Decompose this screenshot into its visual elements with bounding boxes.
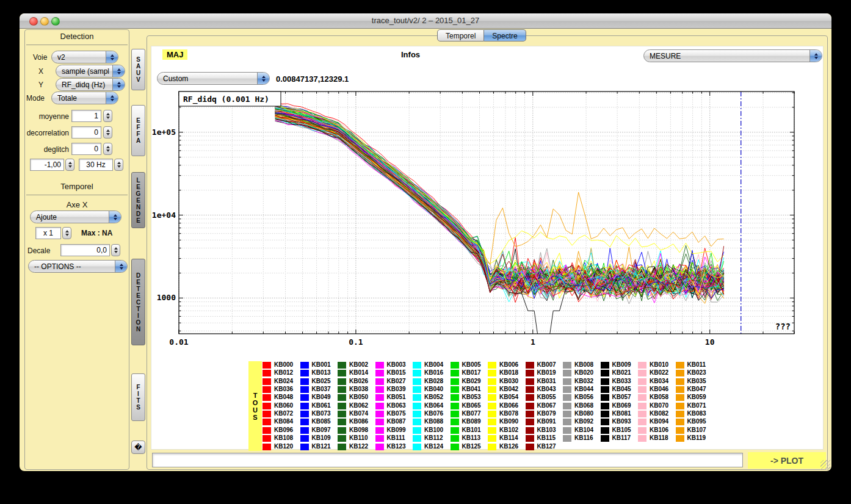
legend-swatch: [601, 411, 609, 417]
legend-label: KB126: [499, 443, 518, 450]
legend-swatch: [375, 362, 384, 369]
legend-swatch: [375, 378, 384, 385]
decorrelation-field[interactable]: 0: [71, 126, 101, 139]
x-dropdown[interactable]: sample (sampl: [56, 65, 125, 77]
moyenne-stepper[interactable]: [103, 110, 112, 122]
max-value-label: Max : NA: [81, 229, 112, 237]
legend-label: KB002: [349, 361, 368, 368]
legend-label: KB097: [312, 427, 331, 433]
deglitch-field[interactable]: 0: [71, 143, 101, 155]
vertical-tab-legende[interactable]: L E G E N D E: [131, 172, 145, 228]
vertical-tab-effa[interactable]: E F F A: [131, 105, 145, 156]
legend-swatch: [488, 411, 496, 417]
vertical-tab-sauv[interactable]: S A U V: [131, 49, 145, 90]
freq-min-field[interactable]: -1,00: [30, 159, 64, 171]
legend-swatch: [676, 378, 684, 385]
legend-swatch: [601, 386, 609, 393]
legend-swatch: [263, 394, 271, 401]
legend-label: KB049: [312, 394, 331, 400]
dropdown-arrows-icon: [115, 261, 127, 272]
legend-swatch: [263, 411, 271, 417]
legend-label: KB061: [312, 402, 331, 409]
decale-stepper[interactable]: [111, 244, 120, 256]
legend-swatch: [638, 427, 646, 434]
legend-label: KB056: [574, 394, 593, 400]
y-dropdown[interactable]: RF_didq (Hz): [56, 78, 125, 91]
multiplier-field[interactable]: x 1: [35, 227, 61, 239]
legend-swatch: [676, 403, 684, 409]
tab-spectre[interactable]: Spectre: [484, 29, 526, 41]
freq-max-stepper[interactable]: [114, 159, 123, 171]
legend-label: KB068: [574, 402, 593, 409]
legend-label: KB091: [537, 418, 556, 425]
legend-label: KB081: [612, 410, 631, 417]
legend-swatch: [638, 394, 646, 401]
legend-label: KB030: [499, 378, 518, 384]
mode-dropdown[interactable]: Totale: [51, 92, 118, 104]
legend-label: KB007: [537, 361, 556, 368]
legend-label: KB053: [462, 394, 481, 400]
legend-swatch: [338, 394, 346, 401]
help-button[interactable]: �: [131, 441, 145, 454]
view-tabs: Temporel Spectre: [437, 29, 526, 41]
legend-label: KB077: [462, 410, 481, 417]
window-titlebar[interactable]: trace_tout/v2/ 2 – 2015_01_27: [20, 13, 831, 29]
legend-swatch: [601, 403, 609, 409]
ajoute-dropdown[interactable]: Ajoute: [30, 211, 121, 223]
legend-swatch: [300, 386, 309, 393]
mode-label: Mode: [26, 94, 45, 103]
deglitch-stepper[interactable]: [103, 143, 112, 155]
legend-label: KB083: [687, 410, 706, 417]
legend-swatch: [638, 403, 646, 409]
legend-label: KB033: [612, 378, 631, 384]
legend-swatch: [375, 394, 384, 401]
freq-min-stepper[interactable]: [65, 159, 74, 171]
plot-button[interactable]: -> PLOT: [748, 452, 826, 469]
legend-label: KB118: [650, 434, 668, 441]
legend-swatch: [676, 419, 684, 425]
legend-label: KB112: [424, 434, 443, 441]
legend-label: KB050: [349, 394, 368, 400]
legend-swatch: [375, 370, 384, 376]
legend-label: KB127: [537, 443, 556, 450]
legend-label: KB065: [462, 402, 481, 409]
decale-field[interactable]: 0,0: [60, 244, 110, 256]
legend-label: KB010: [650, 361, 668, 368]
dropdown-arrows-icon: [112, 79, 125, 90]
legend-label: KB117: [612, 434, 631, 441]
options-dropdown[interactable]: -- OPTIONS --: [28, 260, 128, 273]
legend-swatch: [263, 370, 271, 376]
legend-label: KB038: [349, 386, 368, 392]
multiplier-stepper[interactable]: [62, 227, 71, 239]
voie-dropdown[interactable]: v2: [51, 51, 118, 63]
legend-select-all-button[interactable]: T O U S: [248, 361, 262, 451]
decorrelation-stepper[interactable]: [103, 126, 112, 139]
legend-label: KB115: [537, 434, 556, 441]
legend-swatch: [413, 386, 421, 393]
legend-label: KB113: [462, 434, 481, 441]
x-axis-label: X: [38, 67, 43, 76]
resize-grip[interactable]: [820, 460, 830, 470]
legend-label: KB087: [387, 418, 406, 425]
legend-swatch: [676, 362, 684, 369]
legend-swatch: [451, 362, 459, 369]
legend-swatch: [488, 435, 496, 442]
axe-x-title: Axe X: [25, 200, 129, 209]
tab-temporel[interactable]: Temporel: [437, 29, 484, 41]
vertical-tab-fits[interactable]: F I T S: [131, 373, 145, 421]
legend-label: KB089: [462, 418, 481, 425]
legend-label: KB121: [312, 443, 331, 450]
vertical-tab-detection[interactable]: D E T E C T I O N: [131, 259, 145, 345]
deglitch-label: deglitch: [25, 145, 69, 154]
legend-label: KB012: [274, 369, 293, 376]
detection-panel: Detection Voie v2 X sample (sampl Y RF_d…: [24, 29, 129, 470]
command-input[interactable]: [152, 453, 743, 467]
legend-label: KB062: [349, 402, 368, 409]
legend-label: KB072: [274, 410, 293, 417]
legend-label: KB042: [499, 386, 518, 392]
legend-swatch: [488, 394, 496, 401]
moyenne-field[interactable]: 1: [71, 110, 101, 122]
freq-max-field[interactable]: 30 Hz: [79, 159, 113, 171]
legend-label: KB067: [537, 402, 556, 409]
legend-label: KB086: [349, 418, 368, 425]
